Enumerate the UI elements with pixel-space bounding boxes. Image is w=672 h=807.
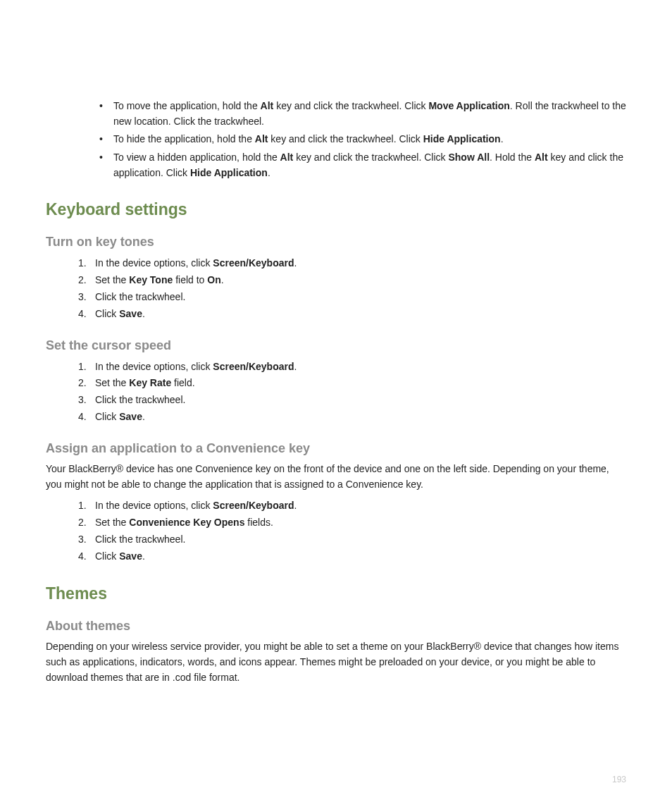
text: . bbox=[142, 550, 145, 562]
bullet-item: To view a hidden application, hold the A… bbox=[104, 150, 626, 180]
text: Click bbox=[95, 411, 119, 422]
bold-text: Key Tone bbox=[129, 274, 173, 285]
steps-list-cursor: In the device options, click Screen/Keyb… bbox=[46, 359, 626, 426]
text: fields. bbox=[244, 517, 273, 528]
bullet-item: To move the application, hold the Alt ke… bbox=[104, 99, 626, 129]
bold-text: Alt bbox=[535, 152, 548, 163]
step-item: Set the Convenience Key Opens fields. bbox=[78, 515, 626, 531]
bold-text: Convenience Key Opens bbox=[129, 517, 244, 528]
text: Click bbox=[95, 550, 119, 562]
text: . bbox=[294, 361, 297, 372]
step-item: Click the trackwheel. bbox=[78, 531, 626, 548]
text: To move the application, hold the bbox=[113, 100, 261, 111]
bold-text: Alt bbox=[280, 152, 294, 163]
text: . bbox=[268, 167, 270, 178]
bold-text: Key Rate bbox=[129, 377, 171, 388]
text: Click the trackwheel. bbox=[95, 534, 185, 545]
text: . bbox=[221, 274, 224, 285]
text: Set the bbox=[95, 274, 129, 285]
text: . bbox=[294, 257, 297, 269]
bold-text: Hide Application bbox=[423, 133, 501, 144]
text: . Hold the bbox=[490, 152, 535, 163]
text: In the device options, click bbox=[95, 361, 213, 372]
page-number: 193 bbox=[612, 775, 626, 784]
step-item: Click the trackwheel. bbox=[78, 289, 626, 306]
text: field. bbox=[171, 377, 194, 388]
step-item: In the device options, click Screen/Keyb… bbox=[78, 359, 626, 376]
bold-text: Alt bbox=[261, 100, 274, 111]
section-heading-themes: Themes bbox=[46, 584, 626, 603]
bold-text: Save bbox=[119, 411, 142, 422]
text: key and click the trackwheel. Click bbox=[268, 133, 423, 144]
text: Set the bbox=[95, 377, 129, 388]
text: To hide the application, hold the bbox=[113, 133, 255, 144]
text: Set the bbox=[95, 517, 129, 528]
text: field to bbox=[173, 274, 207, 285]
text: . bbox=[294, 500, 297, 511]
bold-text: On bbox=[207, 274, 220, 285]
text: key and click the trackwheel. Click bbox=[273, 100, 428, 111]
text: Click the trackwheel. bbox=[95, 394, 185, 405]
bold-text: Move Application bbox=[428, 100, 509, 111]
section-heading-keyboard: Keyboard settings bbox=[46, 200, 626, 219]
bold-text: Save bbox=[119, 308, 142, 319]
step-item: Click Save. bbox=[78, 409, 626, 426]
text: In the device options, click bbox=[95, 257, 213, 269]
text: . bbox=[142, 411, 145, 422]
step-item: Click Save. bbox=[78, 306, 626, 323]
text: . bbox=[142, 308, 145, 319]
steps-list-keytones: In the device options, click Screen/Keyb… bbox=[46, 255, 626, 322]
subsection-heading-about-themes: About themes bbox=[46, 619, 626, 634]
bullet-item: To hide the application, hold the Alt ke… bbox=[104, 132, 626, 147]
bold-text: Screen/Keyboard bbox=[213, 361, 294, 372]
subsection-heading-convenience: Assign an application to a Convenience k… bbox=[46, 441, 626, 456]
bullet-list: To move the application, hold the Alt ke… bbox=[46, 99, 626, 180]
step-item: Set the Key Tone field to On. bbox=[78, 272, 626, 289]
text: Click the trackwheel. bbox=[95, 291, 185, 302]
bold-text: Screen/Keyboard bbox=[213, 500, 294, 511]
step-item: Set the Key Rate field. bbox=[78, 375, 626, 392]
step-item: Click Save. bbox=[78, 548, 626, 565]
text: In the device options, click bbox=[95, 500, 213, 511]
document-page: To move the application, hold the Alt ke… bbox=[0, 0, 672, 807]
subsection-heading-keytones: Turn on key tones bbox=[46, 235, 626, 250]
text: Click bbox=[95, 308, 119, 319]
steps-list-convenience: In the device options, click Screen/Keyb… bbox=[46, 498, 626, 565]
bold-text: Show All bbox=[448, 152, 490, 163]
paragraph-about-themes: Depending on your wireless service provi… bbox=[46, 639, 626, 685]
step-item: In the device options, click Screen/Keyb… bbox=[78, 498, 626, 515]
bold-text: Screen/Keyboard bbox=[213, 257, 294, 269]
text: To view a hidden application, hold the bbox=[113, 152, 280, 163]
text: key and click the trackwheel. Click bbox=[293, 152, 448, 163]
step-item: Click the trackwheel. bbox=[78, 392, 626, 409]
bold-text: Alt bbox=[255, 133, 268, 144]
subsection-heading-cursor: Set the cursor speed bbox=[46, 338, 626, 353]
paragraph-convenience-intro: Your BlackBerry® device has one Convenie… bbox=[46, 462, 626, 492]
step-item: In the device options, click Screen/Keyb… bbox=[78, 255, 626, 272]
text: . bbox=[501, 133, 504, 144]
bold-text: Save bbox=[119, 550, 142, 562]
bold-text: Hide Application bbox=[190, 167, 268, 178]
